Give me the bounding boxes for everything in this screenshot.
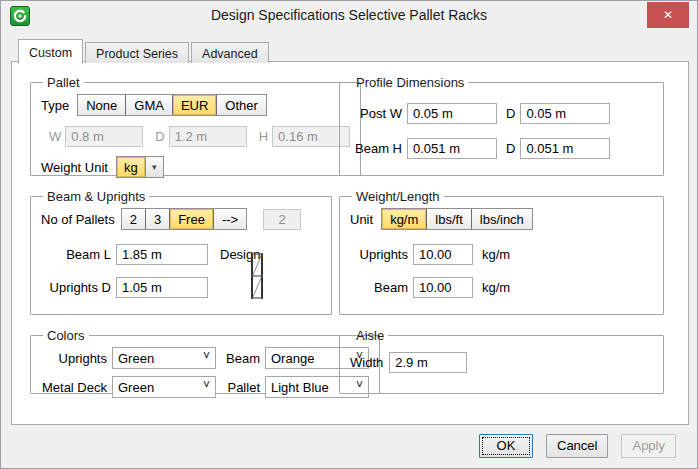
- pallet-h-label: H: [259, 129, 268, 144]
- chevron-down-icon: ˅: [203, 351, 210, 361]
- apply-button: Apply: [621, 434, 676, 458]
- pallets-option-free[interactable]: Free: [170, 209, 214, 229]
- colors-legend: Colors: [43, 328, 89, 343]
- colors-pallet-value: Light Blue: [271, 380, 329, 395]
- colors-metal-deck-value: Green: [118, 380, 154, 395]
- dialog-footer: OK Cancel Apply: [1, 423, 697, 468]
- beam-l-field[interactable]: [116, 244, 208, 265]
- close-button[interactable]: ✕: [647, 2, 689, 28]
- beam-h-field[interactable]: [407, 138, 497, 159]
- weight-length-legend: Weight/Length: [352, 189, 444, 204]
- weight-length-group: Weight/Length Unit kg/m lbs/ft lbs/inch …: [339, 189, 664, 315]
- uprights-d-field[interactable]: [116, 277, 208, 298]
- beam-l-label: Beam L: [41, 247, 111, 262]
- colors-metal-deck-label: Metal Deck: [41, 380, 107, 395]
- post-w-label: Post W: [350, 106, 402, 121]
- beam-d-label: D: [506, 141, 515, 156]
- pallet-type-other[interactable]: Other: [217, 95, 266, 115]
- aisle-legend: Aisle: [352, 328, 388, 343]
- pallets-option-3[interactable]: 3: [146, 209, 170, 229]
- weight-unit-combo[interactable]: kg ▾: [116, 156, 164, 178]
- pallet-w-field: [65, 126, 143, 147]
- tab-advanced[interactable]: Advanced: [191, 42, 269, 63]
- pallet-type-label: Type: [41, 98, 69, 113]
- beam-d-field[interactable]: [520, 138, 610, 159]
- wl-beam-unit: kg/m: [482, 280, 510, 295]
- pallet-count-field: [263, 209, 301, 230]
- unit-label: Unit: [350, 212, 373, 227]
- beam-h-label: Beam H: [350, 141, 402, 156]
- ok-button[interactable]: OK: [479, 434, 533, 458]
- chevron-down-icon: ˅: [203, 380, 210, 390]
- tab-label: Custom: [29, 46, 72, 60]
- colors-uprights-value: Green: [118, 351, 154, 366]
- cancel-button[interactable]: Cancel: [546, 434, 608, 458]
- uprights-d-label: Uprights D: [41, 280, 111, 295]
- colors-uprights-label: Uprights: [41, 351, 107, 366]
- wl-uprights-unit: kg/m: [482, 247, 510, 262]
- unit-option-lbsinch[interactable]: lbs/inch: [472, 209, 532, 229]
- wl-uprights-field[interactable]: [413, 244, 473, 265]
- weight-unit-dropdown-button[interactable]: ▾: [145, 157, 163, 177]
- weight-unit-label: Weight Unit: [41, 160, 108, 175]
- pallet-group-legend: Pallet: [43, 75, 84, 90]
- colors-beam-value: Orange: [271, 351, 314, 366]
- close-icon: ✕: [663, 8, 673, 22]
- post-d-field[interactable]: [520, 103, 610, 124]
- pallet-type-none[interactable]: None: [78, 95, 126, 115]
- tab-product-series[interactable]: Product Series: [85, 42, 189, 63]
- tab-strip: Custom Product Series Advanced: [18, 39, 271, 63]
- pallets-option-arrow[interactable]: -->: [214, 209, 246, 229]
- aisle-width-label: Width: [350, 355, 383, 370]
- tab-label: Advanced: [202, 47, 258, 61]
- beam-uprights-group: Beam & Uprights No of Pallets 2 3 Free -…: [30, 189, 332, 315]
- weight-unit-value: kg: [117, 157, 145, 177]
- colors-group: Colors Uprights Green ˅ Beam Orange ˅: [30, 328, 380, 394]
- pallet-w-label: W: [49, 129, 61, 144]
- tab-page-custom: Pallet Type None GMA EUR Other W: [11, 61, 689, 425]
- dialog-window: Design Specifications Selective Pallet R…: [0, 0, 698, 469]
- tab-label: Product Series: [96, 47, 178, 61]
- colors-pallet-label: Pallet: [224, 380, 260, 395]
- no-of-pallets-segmented: 2 3 Free -->: [121, 208, 247, 230]
- pallet-d-field: [169, 126, 247, 147]
- tab-custom[interactable]: Custom: [18, 39, 83, 64]
- aisle-width-field[interactable]: [389, 352, 467, 373]
- pallets-option-2[interactable]: 2: [122, 209, 146, 229]
- unit-segmented: kg/m lbs/ft lbs/inch: [381, 208, 533, 230]
- pallet-group: Pallet Type None GMA EUR Other W: [30, 75, 361, 176]
- upright-design-icon: [249, 252, 265, 304]
- beam-uprights-legend: Beam & Uprights: [43, 189, 149, 204]
- unit-option-lbsft[interactable]: lbs/ft: [427, 209, 471, 229]
- profile-dimensions-legend: Profile Dimensions: [352, 75, 468, 90]
- pallet-type-eur[interactable]: EUR: [173, 95, 217, 115]
- no-of-pallets-label: No of Pallets: [41, 212, 115, 227]
- window-title: Design Specifications Selective Pallet R…: [1, 7, 697, 23]
- combo-arrow-icon: ▾: [152, 162, 157, 172]
- colors-uprights-select[interactable]: Green ˅: [112, 347, 216, 369]
- pallet-type-segmented: None GMA EUR Other: [77, 94, 267, 116]
- post-d-label: D: [506, 106, 515, 121]
- unit-option-kgm[interactable]: kg/m: [382, 209, 427, 229]
- title-bar: Design Specifications Selective Pallet R…: [1, 1, 697, 31]
- wl-beam-field[interactable]: [413, 277, 473, 298]
- colors-metal-deck-select[interactable]: Green ˅: [112, 376, 216, 398]
- colors-beam-label: Beam: [224, 351, 260, 366]
- wl-beam-label: Beam: [350, 280, 408, 295]
- pallet-type-gma[interactable]: GMA: [126, 95, 173, 115]
- profile-dimensions-group: Profile Dimensions Post W D Beam H D: [339, 75, 664, 176]
- post-w-field[interactable]: [407, 103, 497, 124]
- aisle-group: Aisle Width: [339, 328, 664, 394]
- pallet-d-label: D: [155, 129, 164, 144]
- wl-uprights-label: Uprights: [350, 247, 408, 262]
